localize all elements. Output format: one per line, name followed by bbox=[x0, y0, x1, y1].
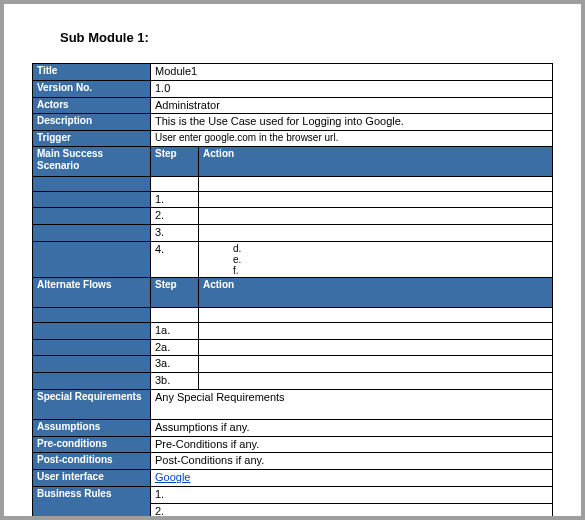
label-pre: Pre-conditions bbox=[33, 436, 151, 453]
label-alt-flows: Alternate Flows bbox=[33, 277, 151, 307]
col-action-alt: Action bbox=[199, 277, 553, 307]
label-ui: User interface bbox=[33, 470, 151, 487]
row-trigger: Trigger User enter google.com in the bro… bbox=[33, 131, 553, 147]
col-action: Action bbox=[199, 146, 553, 176]
main-step-1: 1. bbox=[151, 191, 199, 208]
value-post: Post-Conditions if any. bbox=[151, 453, 553, 470]
value-special-req: Any Special Requirements bbox=[151, 389, 553, 419]
row-special-req: Special Requirements Any Special Require… bbox=[33, 389, 553, 419]
row-alt-2a: 2a. bbox=[33, 339, 553, 356]
label-main-success: Main Success Scenario bbox=[33, 146, 151, 176]
alt-step-1a: 1a. bbox=[151, 322, 199, 339]
col-step: Step bbox=[151, 146, 199, 176]
row-title: Title Module1 bbox=[33, 64, 553, 81]
row-alt-3b: 3b. bbox=[33, 373, 553, 390]
row-main-step3: 3. bbox=[33, 225, 553, 242]
row-main-step2: 2. bbox=[33, 208, 553, 225]
row-assumptions: Assumptions Assumptions if any. bbox=[33, 419, 553, 436]
main-step-4: 4. bbox=[151, 241, 199, 277]
row-main-step1: 1. bbox=[33, 191, 553, 208]
row-main-blank bbox=[33, 176, 553, 191]
biz-rule-2: 2. bbox=[151, 503, 553, 516]
row-pre: Pre-conditions Pre-Conditions if any. bbox=[33, 436, 553, 453]
use-case-table: Title Module1 Version No. 1.0 Actors Adm… bbox=[32, 63, 553, 516]
value-ui: Google bbox=[151, 470, 553, 487]
label-description: Description bbox=[33, 114, 151, 131]
value-version: 1.0 bbox=[151, 80, 553, 97]
row-alt-1a: 1a. bbox=[33, 322, 553, 339]
substep-d: d. bbox=[203, 243, 548, 254]
row-biz1: Business Rules 1. bbox=[33, 486, 553, 503]
label-title: Title bbox=[33, 64, 151, 81]
row-description: Description This is the Use Case used fo… bbox=[33, 114, 553, 131]
label-post: Post-conditions bbox=[33, 453, 151, 470]
row-alt-header: Alternate Flows Step Action bbox=[33, 277, 553, 307]
row-alt-3a: 3a. bbox=[33, 356, 553, 373]
row-ui: User interface Google bbox=[33, 470, 553, 487]
row-main-step4: 4. d. e. f. bbox=[33, 241, 553, 277]
label-trigger: Trigger bbox=[33, 131, 151, 147]
row-main-success-header: Main Success Scenario Step Action bbox=[33, 146, 553, 176]
value-assumptions: Assumptions if any. bbox=[151, 419, 553, 436]
row-post: Post-conditions Post-Conditions if any. bbox=[33, 453, 553, 470]
alt-step-3a: 3a. bbox=[151, 356, 199, 373]
document-page: Sub Module 1: Title Module1 Version No. … bbox=[4, 4, 581, 516]
label-biz: Business Rules bbox=[33, 486, 151, 516]
value-title: Module1 bbox=[151, 64, 553, 81]
value-trigger: User enter google.com in the browser url… bbox=[151, 131, 553, 147]
ui-link[interactable]: Google bbox=[155, 471, 190, 483]
value-actors: Administrator bbox=[151, 97, 553, 114]
label-version: Version No. bbox=[33, 80, 151, 97]
row-alt-blank bbox=[33, 307, 553, 322]
value-description: This is the Use Case used for Logging in… bbox=[151, 114, 553, 131]
row-version: Version No. 1.0 bbox=[33, 80, 553, 97]
value-pre: Pre-Conditions if any. bbox=[151, 436, 553, 453]
substep-f: f. bbox=[203, 265, 548, 276]
main-step-2: 2. bbox=[151, 208, 199, 225]
alt-step-3b: 3b. bbox=[151, 373, 199, 390]
label-actors: Actors bbox=[33, 97, 151, 114]
biz-rule-1: 1. bbox=[151, 486, 553, 503]
alt-step-2a: 2a. bbox=[151, 339, 199, 356]
label-special-req: Special Requirements bbox=[33, 389, 151, 419]
main-step-3: 3. bbox=[151, 225, 199, 242]
substep-e: e. bbox=[203, 254, 548, 265]
row-actors: Actors Administrator bbox=[33, 97, 553, 114]
col-step-alt: Step bbox=[151, 277, 199, 307]
label-assumptions: Assumptions bbox=[33, 419, 151, 436]
page-heading: Sub Module 1: bbox=[60, 30, 553, 45]
